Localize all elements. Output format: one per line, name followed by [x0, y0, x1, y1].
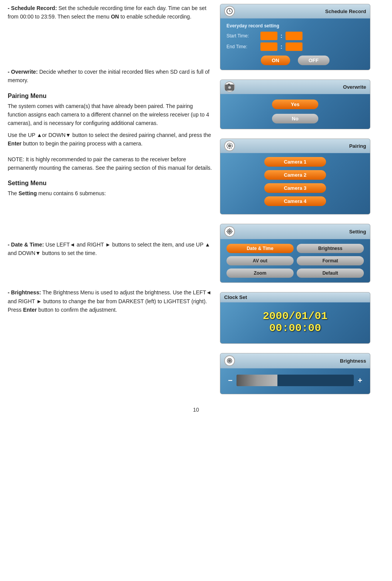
schedule-record-header: Schedule Record — [220, 4, 370, 19]
clock-date: 2000/01/01 — [263, 310, 328, 322]
svg-point-11 — [228, 359, 231, 362]
schedule-record-bold: - Schedule Record: — [8, 5, 57, 11]
end-colon: : — [280, 44, 282, 50]
pairing-note-text: NOTE: It is highly recommended to pair t… — [8, 155, 212, 172]
zoom-button[interactable]: Zoom — [226, 269, 294, 278]
pairing-desc2: Use the UP ▲or DOWN▼ button to select th… — [8, 131, 212, 148]
camera2-button[interactable]: Camera 2 — [264, 170, 326, 180]
setting-ui: Setting Date & Time Brightness AV out Fo… — [220, 224, 370, 283]
setting-desc: The Setting menu contains 6 submenus: — [8, 189, 212, 198]
overwrite-buttons: Yes No — [220, 94, 370, 129]
datetime-description: - Date & Time: Use LEFT◄ and RIGHT ► but… — [8, 240, 212, 258]
avout-button[interactable]: AV out — [226, 256, 294, 265]
start-time-row: Start Time: : — [226, 32, 364, 40]
brightness-button[interactable]: Brightness — [297, 244, 364, 253]
clock-icon-container — [224, 6, 235, 17]
pairing-buttons: Camera 1 Camera 2 Camera 3 Camera 4 — [220, 153, 370, 214]
on-button[interactable]: ON — [261, 56, 290, 65]
pairing-desc1: The system comes with camera(s) that hav… — [8, 102, 212, 128]
pairing-ui: Pairing Camera 1 Camera 2 Camera 3 Camer… — [220, 138, 370, 214]
clockset-header: Clock Set — [220, 292, 370, 302]
end-time-row: End Time: : — [226, 42, 364, 51]
overwrite-header: Overwrite — [220, 80, 370, 94]
overwrite-ui: Overwrite Yes No — [220, 79, 370, 129]
overwrite-header-title: Overwrite — [343, 84, 366, 90]
clock-display: 2000/01/01 00:00:00 — [220, 302, 370, 343]
pairing-section: Pairing Menu The system comes with camer… — [8, 93, 212, 148]
datetime-bold: - Date & Time: — [8, 242, 44, 248]
schedule-record-ui: Schedule Record Everyday record setting … — [220, 4, 370, 70]
clockset-ui: Clock Set 2000/01/01 00:00:00 — [220, 292, 370, 344]
brightness-header: Brightness — [220, 353, 370, 368]
page-number: 10 — [0, 407, 392, 417]
start-hour-box[interactable] — [260, 32, 277, 40]
schedule-record-section: - Schedule Record: Set the schedule reco… — [8, 4, 212, 21]
overwrite-description: - Overwrite: Decide whether to cover the… — [8, 68, 212, 85]
brightness-description: - Brightness: The Brightness Menu is use… — [8, 288, 212, 314]
camera-icon-container — [224, 81, 235, 92]
enter-bold2: Enter — [23, 307, 37, 313]
schedule-record-description: - Schedule Record: Set the schedule reco… — [8, 4, 212, 21]
setting-grid: Date & Time Brightness AV out Format Zoo… — [220, 239, 370, 282]
pairing-header: Pairing — [220, 139, 370, 153]
datetime-button[interactable]: Date & Time — [226, 244, 294, 253]
pairing-header-title: Pairing — [349, 143, 366, 149]
camera4-button[interactable]: Camera 4 — [264, 196, 326, 206]
enter-bold: Enter — [8, 140, 22, 147]
schedule-record-body: Everyday record setting Start Time: : En… — [220, 19, 370, 70]
setting-header-title: Setting — [349, 229, 366, 235]
brightness-plus[interactable]: + — [358, 376, 362, 385]
camera3-button[interactable]: Camera 3 — [264, 183, 326, 193]
setting-header: Setting — [220, 224, 370, 239]
overwrite-section: - Overwrite: Decide whether to cover the… — [8, 68, 212, 85]
default-button[interactable]: Default — [297, 269, 364, 278]
start-time-label: Start Time: — [226, 33, 257, 39]
pairing-note: NOTE: It is highly recommended to pair t… — [8, 155, 212, 172]
pairing-title: Pairing Menu — [8, 93, 212, 100]
yes-button[interactable]: Yes — [272, 100, 318, 109]
start-min-box[interactable] — [286, 32, 302, 40]
start-colon: : — [280, 33, 282, 39]
brightness-ui: Brightness − + — [220, 353, 370, 394]
end-hour-box[interactable] — [260, 42, 277, 51]
no-button[interactable]: No — [272, 114, 318, 123]
brightness-minus[interactable]: − — [228, 376, 233, 385]
brightness-section: - Brightness: The Brightness Menu is use… — [8, 288, 212, 314]
setting-gear-icon-container — [224, 226, 235, 237]
svg-point-9 — [228, 230, 231, 233]
overwrite-bold: - Overwrite: — [8, 69, 38, 75]
format-button[interactable]: Format — [297, 256, 364, 265]
setting-section: Setting Menu The Setting menu contains 6… — [8, 180, 212, 198]
clockset-header-title: Clock Set — [224, 294, 247, 300]
off-button[interactable]: OFF — [298, 56, 329, 65]
camera1-button[interactable]: Camera 1 — [264, 157, 326, 167]
on-off-row: ON OFF — [226, 56, 364, 65]
everyday-label: Everyday record setting — [226, 23, 364, 29]
brightness-gear-icon-container — [224, 355, 235, 366]
svg-rect-6 — [228, 84, 230, 85]
on-bold: ON — [111, 14, 119, 20]
end-time-label: End Time: — [226, 44, 257, 49]
setting-title: Setting Menu — [8, 180, 212, 187]
setting-bold: Setting — [19, 190, 37, 196]
clock-time: 00:00:00 — [269, 322, 321, 334]
end-min-box[interactable] — [286, 42, 302, 51]
clock-icon — [226, 8, 233, 15]
svg-point-5 — [228, 86, 231, 89]
gear-icon-container — [224, 140, 235, 151]
gear-icon — [225, 142, 234, 150]
datetime-section: - Date & Time: Use LEFT◄ and RIGHT ► but… — [8, 240, 212, 258]
brightness-gear-icon — [225, 356, 234, 365]
brightness-body: − + — [220, 368, 370, 394]
brightness-bar[interactable] — [237, 375, 354, 386]
svg-point-7 — [228, 144, 231, 147]
brightness-bar-fill — [237, 375, 278, 386]
brightness-header-title: Brightness — [340, 358, 366, 364]
camera-icon — [225, 83, 234, 91]
brightness-bold: - Brightness: — [8, 289, 41, 296]
setting-gear-icon — [225, 227, 234, 236]
schedule-record-header-title: Schedule Record — [325, 8, 366, 14]
